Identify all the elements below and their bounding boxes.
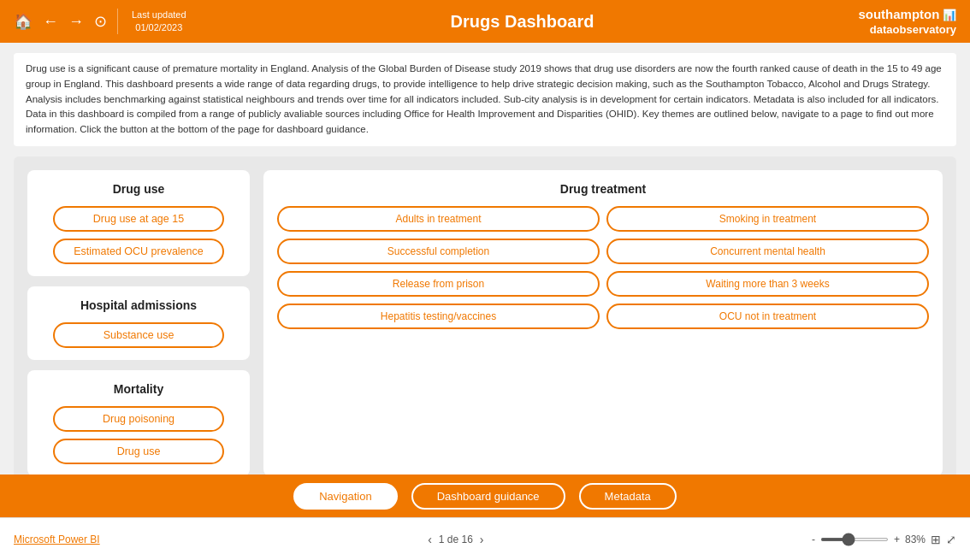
fit-page-btn[interactable]: ⊞ xyxy=(931,533,941,546)
drug-use-buttons: Drug use at age 15 Estimated OCU prevale… xyxy=(41,206,236,264)
hospital-admissions-title: Hospital admissions xyxy=(41,298,236,312)
zoom-slider[interactable] xyxy=(820,538,889,541)
home-icon[interactable]: 🏠 xyxy=(14,12,33,31)
drug-treatment-title: Drug treatment xyxy=(277,182,929,196)
waiting-more-than-3-weeks-btn[interactable]: Waiting more than 3 weeks xyxy=(606,271,929,297)
last-updated: Last updated 01/02/2023 xyxy=(132,9,186,35)
zoom-level: 83% xyxy=(905,533,926,545)
navigation-btn[interactable]: Navigation xyxy=(293,483,397,510)
release-from-prison-btn[interactable]: Release from prison xyxy=(277,271,600,297)
substance-use-btn[interactable]: Substance use xyxy=(53,322,224,348)
drug-use-mortality-btn[interactable]: Drug use xyxy=(53,439,224,464)
drug-poisoning-btn[interactable]: Drug poisoning xyxy=(53,406,224,432)
back-icon[interactable]: ← xyxy=(43,13,58,31)
left-column: Drug use Drug use at age 15 Estimated OC… xyxy=(27,170,250,476)
main-content: Drug use Drug use at age 15 Estimated OC… xyxy=(14,156,956,490)
smoking-in-treatment-btn[interactable]: Smoking in treatment xyxy=(606,206,929,232)
mortality-buttons: Drug poisoning Drug use xyxy=(41,406,236,464)
zoom-minus-icon[interactable]: - xyxy=(812,533,815,545)
bottom-bar: Microsoft Power BI ‹ 1 de 16 › - + 83% ⊞… xyxy=(0,517,970,560)
treatment-grid: Adults in treatment Smoking in treatment… xyxy=(277,206,929,329)
hospital-admissions-buttons: Substance use xyxy=(41,322,236,348)
page-title: Drugs Dashboard xyxy=(197,12,849,32)
header-divider xyxy=(117,9,118,34)
expand-btn[interactable]: ⤢ xyxy=(946,533,956,546)
description-box: Drug use is a significant cause of prema… xyxy=(14,53,956,146)
zoom-control: - + 83% ⊞ ⤢ xyxy=(812,533,956,546)
logo: southampton 📊 dataobservatory xyxy=(858,6,956,38)
ocu-not-in-treatment-btn[interactable]: OCU not in treatment xyxy=(606,304,929,329)
drug-treatment-card: Drug treatment Adults in treatment Smoki… xyxy=(263,170,943,476)
successful-completion-btn[interactable]: Successful completion xyxy=(277,239,600,264)
drug-use-btn-1[interactable]: Estimated OCU prevalence xyxy=(53,239,224,264)
powerbi-link[interactable]: Microsoft Power BI xyxy=(14,533,100,545)
mortality-title: Mortality xyxy=(41,382,236,396)
zoom-plus-icon[interactable]: + xyxy=(894,533,900,545)
metadata-btn[interactable]: Metadata xyxy=(579,483,677,510)
drug-use-btn-0[interactable]: Drug use at age 15 xyxy=(53,206,224,232)
description-text: Drug use is a significant cause of prema… xyxy=(26,63,942,134)
dashboard-guidance-btn[interactable]: Dashboard guidance xyxy=(411,483,565,510)
hospital-admissions-card: Hospital admissions Substance use xyxy=(27,286,250,360)
footer: Navigation Dashboard guidance Metadata xyxy=(0,475,970,517)
header: 🏠 ← → ⊙ Last updated 01/02/2023 Drugs Da… xyxy=(0,0,970,43)
help-icon[interactable]: ⊙ xyxy=(94,12,107,31)
drug-use-title: Drug use xyxy=(41,182,236,196)
concurrent-mental-health-btn[interactable]: Concurrent mental health xyxy=(606,239,929,264)
page-navigation: ‹ 1 de 16 › xyxy=(428,533,483,546)
forward-icon[interactable]: → xyxy=(68,13,84,31)
next-page-btn[interactable]: › xyxy=(480,533,484,546)
drug-use-card: Drug use Drug use at age 15 Estimated OC… xyxy=(27,170,250,276)
prev-page-btn[interactable]: ‹ xyxy=(428,533,432,546)
mortality-card: Mortality Drug poisoning Drug use xyxy=(27,370,250,476)
page-indicator: 1 de 16 xyxy=(439,533,473,545)
adults-in-treatment-btn[interactable]: Adults in treatment xyxy=(277,206,600,232)
hepatitis-testing-btn[interactable]: Hepatitis testing/vaccines xyxy=(277,304,600,329)
